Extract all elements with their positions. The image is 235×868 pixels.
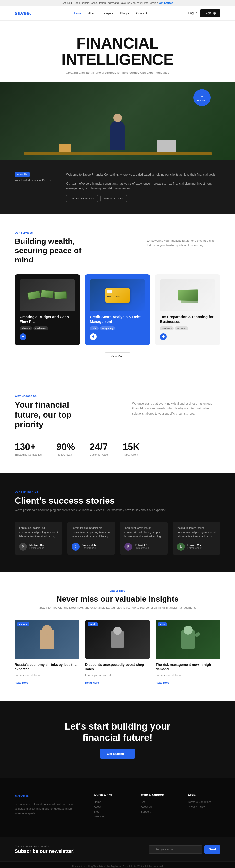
service-tags-credit: Debt Budgeting <box>90 327 146 330</box>
blog-readmore-0[interactable]: Read More <box>15 681 28 684</box>
service-plus-tax[interactable]: + <box>160 333 167 340</box>
affordable-price-button[interactable]: Affordable Price <box>100 195 127 202</box>
nav-blog[interactable]: Blog ▾ <box>120 11 129 15</box>
footer-link-about[interactable]: About <box>94 805 126 808</box>
service-plus-credit[interactable]: + <box>90 333 97 340</box>
hero-subtitle: Creating a brilliant financial strategy … <box>15 71 220 74</box>
stat-clients-number: 15K <box>123 442 140 452</box>
site-logo[interactable]: savee. <box>15 10 31 17</box>
service-title-credit: Credit Score Analysis & Debt Management <box>90 314 146 324</box>
blog-subtext: Stay informed with the latest news and e… <box>15 606 220 610</box>
testimonial-author-3: L Lauren Voe Entrepreneur <box>177 543 216 551</box>
author-name-0: Michael Doe <box>29 544 45 547</box>
view-more-button[interactable]: View More <box>105 352 130 360</box>
stat-companies-label: Trusted by Companies <box>15 453 42 456</box>
testimonial-author-2: R Robert LJ Entrepreneur <box>124 543 163 551</box>
author-info-1: James John Entrepreneur <box>82 544 98 549</box>
about-buttons: Professional Advisor Affordable Price <box>66 195 220 202</box>
nav-actions: Log In Sign Up <box>188 9 220 17</box>
service-plus-cash[interactable]: + <box>20 333 26 340</box>
footer: savee. Sed ut perspiciatis unde omnis is… <box>0 778 235 837</box>
nav-home[interactable]: Home <box>73 11 81 15</box>
nav-about[interactable]: About <box>88 11 97 15</box>
footer-help-support[interactable]: Support <box>141 810 173 813</box>
author-name-3: Lauren Voe <box>187 544 202 547</box>
money-bills-visual <box>25 289 69 301</box>
blog-readmore-1[interactable]: Read More <box>85 681 99 684</box>
author-info-3: Lauren Voe Entrepreneur <box>187 544 202 549</box>
stat-profit-number: 90% <box>56 442 75 452</box>
service-title-tax: Tax Preparation & Planning for Businesse… <box>160 314 215 324</box>
footer-link-home[interactable]: Home <box>94 800 126 803</box>
bill-2 <box>41 290 54 298</box>
newsletter-left: Never stop investing updates Subscribe o… <box>15 844 75 854</box>
footer-help-about[interactable]: About us <box>141 805 173 808</box>
about-left: About Us Your Trusted Financial Partner <box>15 172 54 182</box>
newsletter-submit-button[interactable]: Send <box>204 845 220 854</box>
author-name-2: Robert LJ <box>135 544 149 547</box>
services-subtext: Empowering your financial future, one st… <box>147 239 220 248</box>
stat-care-label: Customer Care <box>89 453 108 456</box>
avatar-0: M <box>19 543 27 551</box>
blog-excerpt-0: Lorem ipsum dolor sit... <box>15 673 79 678</box>
service-tags-tax: Business Tax Plan <box>160 327 215 330</box>
footer-brand: savee. Sed ut perspiciatis unde omnis is… <box>15 793 79 820</box>
footer-help-list: FAQ About us Support <box>141 800 173 813</box>
tag-taxplan[interactable]: Tax Plan <box>175 327 188 330</box>
announcement-link[interactable]: Get Started <box>159 1 173 4</box>
professional-advisor-button[interactable]: Professional Advisor <box>66 195 98 202</box>
service-card-tax: Tax Preparation & Planning for Businesse… <box>155 274 220 345</box>
footer-bottom: Finance Consulting Template Kit by Jegth… <box>0 861 235 868</box>
footer-help-faq[interactable]: FAQ <box>141 800 173 803</box>
blog-eyebrow: Latest Blog <box>15 589 220 592</box>
why-eyebrow: Why Choose Us <box>15 394 220 397</box>
newsletter-form: Send <box>149 845 220 854</box>
author-title-0: Entrepreneur <box>29 547 45 549</box>
tag-cashflow[interactable]: Cash Flow <box>33 327 48 330</box>
footer-link-blog[interactable]: Blog <box>94 810 126 813</box>
tag-business[interactable]: Business <box>160 327 174 330</box>
newsletter-section: Never stop investing updates Subscribe o… <box>0 837 235 861</box>
footer-link-services[interactable]: Services <box>94 815 126 818</box>
tag-budgeting[interactable]: Budgeting <box>100 327 115 330</box>
avatar-3: L <box>177 543 185 551</box>
testimonials-subtext: We're passionate about helping our clien… <box>15 508 220 512</box>
signup-button[interactable]: Sign Up <box>200 9 220 17</box>
blog-cards: Finance Russia's economy shrinks by less… <box>15 620 220 684</box>
tag-debt[interactable]: Debt <box>90 327 99 330</box>
stats-row: 130+ Trusted by Companies 90% Profit Gro… <box>15 442 220 456</box>
newsletter-input[interactable] <box>149 845 203 854</box>
hero-badge[interactable]: → GET HELP <box>193 89 211 106</box>
service-tags-cash: Finance Cash Flow <box>20 327 75 330</box>
cta-section: Let's start building your financial futu… <box>0 702 235 778</box>
author-info-2: Robert LJ Entrepreneur <box>135 544 149 549</box>
stat-profit: 90% Profit Growth <box>56 442 75 456</box>
blog-cat-0: Finance <box>17 622 29 626</box>
stat-profit-label: Profit Growth <box>56 453 75 456</box>
stat-clients: 15K Happy Client <box>123 442 140 456</box>
person-body <box>110 120 125 150</box>
testimonials-eyebrow: Our Testimonials <box>15 490 220 493</box>
testimonial-author-0: M Michael Doe Entrepreneur <box>19 543 58 551</box>
nav-contact[interactable]: Contact <box>136 11 147 15</box>
avatar-2: R <box>124 543 132 551</box>
services-cards: Creating a Budget and Cash Flow Plan Fin… <box>15 274 220 345</box>
why-section: Why Choose Us Your financial future, our… <box>0 377 235 473</box>
footer-legal-privacy[interactable]: Privacy Policy <box>188 805 220 808</box>
blog-readmore-2[interactable]: Read More <box>156 681 169 684</box>
newsletter-heading: Subscribe our newsletter! <box>15 848 75 854</box>
desk-surface <box>24 152 211 155</box>
footer-legal-heading: Legal <box>188 793 220 797</box>
avatar-1: J <box>72 543 80 551</box>
blog-card-1: Retail Discounts unexpectedly boost shop… <box>85 620 150 684</box>
announcement-text: Get Your Free Financial Consultation Tod… <box>62 1 158 4</box>
testimonials-grid: Lorem ipsum dolor sit consectetur adipis… <box>15 522 220 555</box>
services-section: Our Services Building wealth, securing p… <box>0 214 235 377</box>
blog-title-1: Discounts unexpectedly boost shop sales <box>85 662 150 671</box>
nav-page[interactable]: Page ▾ <box>103 11 113 15</box>
tag-finance[interactable]: Finance <box>20 327 32 330</box>
login-button[interactable]: Log In <box>188 11 197 15</box>
footer-legal-terms[interactable]: Terms & Conditions <box>188 800 220 803</box>
blog-cat-1: Retail <box>88 622 98 626</box>
cta-button[interactable]: Get Started → <box>100 749 135 758</box>
